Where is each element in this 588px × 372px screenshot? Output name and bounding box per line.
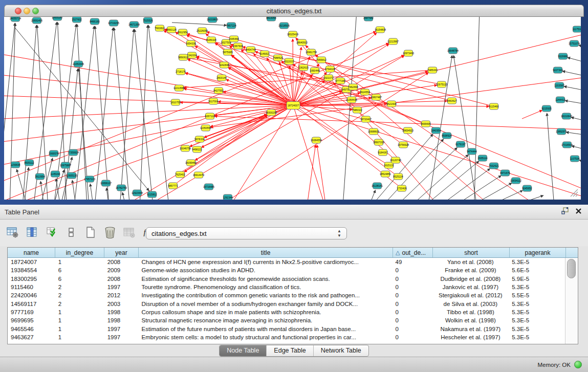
- edge: [382, 147, 458, 200]
- graph-node-label: 1156838: [10, 163, 20, 166]
- table-row[interactable]: 977716911998Corpus callosum shape and si…: [8, 308, 565, 316]
- graph-node-label: 12213589: [173, 86, 185, 90]
- graph-node-label: 7663822: [155, 27, 165, 30]
- table-cell: 0: [393, 309, 432, 315]
- graph-node-label: 8322037: [284, 60, 294, 63]
- table-vertical-scrollbar[interactable]: [565, 258, 578, 344]
- table-row[interactable]: 2242004622012Investigating the contribut…: [8, 291, 565, 299]
- table-cell: 2: [55, 301, 104, 307]
- graph-node-label: 16961758: [306, 51, 317, 54]
- graph-node-label: 2069576: [49, 152, 59, 155]
- graph-node-label: 9242848: [219, 63, 229, 67]
- table-cell: 5.3E-5: [509, 326, 565, 332]
- graph-node-label: 20691406: [31, 19, 42, 22]
- graph-node-label: 7955812: [316, 58, 326, 61]
- citation-edge: [293, 105, 353, 110]
- graph-node-label: 7857224: [226, 24, 236, 27]
- graph-node-label: 25226058: [197, 29, 208, 32]
- table-row[interactable]: 911546021997Tourette syndrome. Phenomeno…: [8, 283, 565, 291]
- edge: [565, 101, 581, 105]
- edge: [421, 168, 490, 200]
- graph-node-label: 10719155: [108, 21, 119, 25]
- graph-node-label: 12975115: [436, 83, 447, 86]
- column-header-in_degree[interactable]: in_degree: [55, 248, 104, 257]
- table-cell: Tibbo et al. (1998): [432, 309, 509, 315]
- graph-node-label: 1117534: [573, 28, 581, 31]
- graph-node-label: 6179197: [455, 143, 466, 146]
- table-source-select[interactable]: citations_edges.txt ▲▼: [146, 227, 347, 239]
- graph-node-label: 1545468: [229, 37, 239, 40]
- table-row[interactable]: 1872400712008Changes of HCN gene express…: [8, 258, 565, 266]
- table-cell: 49: [393, 259, 432, 265]
- table-cell: 2003: [104, 301, 139, 307]
- graph-node-label: 1145194: [50, 172, 60, 176]
- table-row[interactable]: 1938455462009Genome-wide association stu…: [8, 266, 565, 274]
- table-cell: Changes of HCN gene expression and I(f) …: [139, 259, 393, 265]
- table-cell: Estimation of significance thresholds fo…: [139, 276, 393, 282]
- network-canvas[interactable]: 1872400718300295193845547663822966012859…: [4, 17, 581, 200]
- column-header-year[interactable]: year: [104, 248, 139, 257]
- graph-node-label: 9215935: [541, 107, 552, 110]
- table-cell: 0: [393, 292, 432, 298]
- table-panel-title: Table Panel: [5, 208, 39, 216]
- table-cell: 14569117: [8, 301, 55, 307]
- column-header-short[interactable]: short: [433, 248, 510, 257]
- table-settings-icon[interactable]: [6, 226, 19, 239]
- scrollbar-thumb[interactable]: [567, 259, 576, 278]
- column-header-out_de[interactable]: △out_de...: [393, 248, 433, 257]
- table-cell: 1997: [104, 334, 139, 340]
- table-cell: 1: [55, 309, 104, 315]
- column-header-title[interactable]: title: [139, 248, 393, 257]
- graph-node-label: 16099469: [185, 161, 197, 164]
- tab-network-table[interactable]: Network Table: [314, 345, 368, 356]
- table-row[interactable]: 946362711997Embryonic stem cells: a mode…: [8, 333, 565, 341]
- table-panel-header: Table Panel: [0, 205, 588, 220]
- graph-nodes[interactable]: 1872400718300295193845547663822966012859…: [10, 17, 581, 200]
- close-panel-icon[interactable]: [575, 208, 582, 214]
- new-document-icon[interactable]: [84, 226, 97, 239]
- table-cell: 2008: [104, 276, 139, 282]
- citation-edge: [293, 39, 293, 105]
- column-header-pagerank[interactable]: pagerank: [510, 248, 566, 257]
- table-row[interactable]: 946554611997Estimation of the future num…: [8, 324, 565, 333]
- edge: [15, 28, 149, 191]
- float-window-icon[interactable]: [561, 207, 569, 214]
- table-cell: 2009: [104, 267, 139, 273]
- graph-node-label: 19654923: [402, 129, 413, 132]
- graph-node-label: 8505112: [24, 161, 34, 164]
- table-cell: 2: [55, 284, 104, 290]
- graph-node-label: 13892971: [556, 130, 567, 133]
- table-cell: 5.3E-5: [509, 259, 565, 265]
- graph-node-label: 8813054: [266, 17, 276, 19]
- graph-node-label: 9660128: [166, 28, 177, 31]
- table-cell: 6: [55, 276, 104, 282]
- graph-node-label: 9146821: [259, 52, 270, 55]
- graph-node-label: 21364436: [346, 98, 357, 101]
- graph-node-label: 10973493: [403, 52, 414, 55]
- tab-edge-table[interactable]: Edge Table: [267, 345, 313, 356]
- canvas-resize-grip[interactable]: [569, 187, 579, 198]
- graph-node-label: 1362615: [298, 66, 309, 69]
- table-row[interactable]: 969969511998Structural magnetic resonanc…: [8, 316, 565, 324]
- tab-node-table[interactable]: Node Table: [220, 345, 267, 356]
- window-title: citations_edges.txt: [5, 7, 583, 15]
- graph-node-label: 9699695: [421, 122, 431, 125]
- table-column-icon[interactable]: [26, 226, 39, 239]
- attribute-list-icon[interactable]: [64, 226, 78, 239]
- delete-trash-icon[interactable]: [103, 226, 117, 239]
- table-row[interactable]: 1456911722003Disruption of a novel membe…: [8, 299, 565, 308]
- graph-node-label: 1733426: [397, 187, 407, 190]
- table-cell: 0: [393, 276, 432, 282]
- table-import-icon[interactable]: [45, 226, 58, 239]
- window-titlebar[interactable]: citations_edges.txt: [4, 5, 584, 17]
- column-header-name[interactable]: name: [8, 248, 55, 257]
- citation-edge: [293, 28, 581, 105]
- graph-node-label: 16648784: [447, 49, 459, 52]
- memory-status-label: Memory: OK: [537, 362, 571, 368]
- graph-node-label: 21053346: [73, 62, 84, 65]
- table-toolbar: f(x) citations_edges.txt ▲▼: [0, 220, 588, 246]
- table-cell: 9463627: [8, 334, 55, 340]
- graph-node-label: 8938924: [442, 134, 452, 137]
- table-row[interactable]: 1830029562008Estimation of significance …: [8, 275, 565, 283]
- table-cell: Nakamura et al. (1997): [432, 326, 509, 332]
